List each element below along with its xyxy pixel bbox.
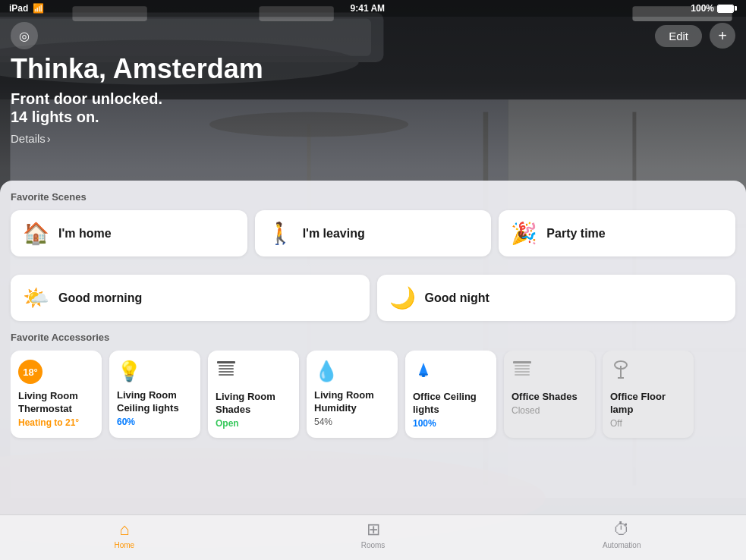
favorite-accessories-label: Favorite Accessories: [11, 332, 735, 343]
rooms-tab-label: Rooms: [361, 541, 386, 549]
svg-point-27: [419, 373, 428, 376]
ceiling-lights-status: 60%: [117, 417, 193, 427]
lr-shades-name: Living Room Shades: [216, 391, 291, 417]
accessory-office-ceiling-lights[interactable]: Office Ceiling lights 100%: [405, 351, 496, 438]
battery-icon: [717, 5, 737, 13]
lr-shades-icon: [216, 360, 291, 385]
tab-rooms[interactable]: ⊞ Rooms: [249, 520, 498, 555]
humidity-status: 54%: [314, 417, 390, 427]
office-ceiling-status: 100%: [413, 418, 489, 429]
scene-im-home[interactable]: 🏠 I'm home: [11, 210, 247, 256]
svg-rect-22: [219, 368, 234, 370]
humidity-name: Living Room Humidity: [314, 389, 390, 415]
home-tab-label: Home: [114, 541, 134, 549]
details-link[interactable]: Details ›: [11, 132, 735, 145]
scenes-row1: 🏠 I'm home 🚶 I'm leaving 🎉 Party time: [11, 210, 735, 264]
location-button[interactable]: ◎: [11, 22, 38, 49]
scene-party-time[interactable]: 🎉 Party time: [499, 210, 735, 256]
scene-good-night[interactable]: 🌙 Good night: [377, 275, 736, 321]
office-floor-lamp-name: Office Floor lamp: [610, 391, 686, 417]
lr-shades-status: Open: [216, 418, 291, 429]
location-icon: ◎: [19, 29, 30, 43]
good-night-icon: 🌙: [389, 285, 416, 310]
rooms-tab-icon: ⊞: [367, 520, 380, 540]
svg-marker-25: [419, 363, 428, 375]
status-line2: 14 lights on.: [11, 108, 735, 126]
im-leaving-icon: 🚶: [267, 221, 294, 246]
top-bar-actions: Edit +: [655, 23, 735, 49]
thermostat-name: Living Room Thermostat: [18, 390, 94, 416]
accessory-living-room-ceiling-lights[interactable]: 💡 Living Room Ceiling lights 60%: [109, 351, 200, 438]
office-shades-status: Closed: [511, 405, 587, 416]
device-label: iPad: [9, 3, 28, 14]
add-icon: +: [718, 27, 727, 45]
time-display: 9:41 AM: [351, 3, 386, 14]
tab-bar: ⌂ Home ⊞ Rooms ⏱ Automation: [0, 514, 746, 560]
thermostat-badge: 18°: [18, 360, 42, 384]
accessory-living-room-thermostat[interactable]: 18° Living Room Thermostat Heating to 21…: [11, 351, 102, 438]
scene-im-leaving[interactable]: 🚶 I'm leaving: [255, 210, 492, 256]
tab-automation[interactable]: ⏱ Automation: [497, 520, 746, 555]
ceiling-lights-name: Living Room Ceiling lights: [117, 389, 193, 415]
status-bar-left: iPad 📶: [9, 3, 44, 14]
good-morning-label: Good morning: [58, 291, 142, 305]
svg-rect-24: [219, 374, 234, 376]
favorite-scenes-label: Favorite Scenes: [11, 191, 735, 203]
office-shades-name: Office Shades: [511, 391, 587, 404]
top-bar: ◎ Edit +: [0, 17, 746, 55]
office-ceiling-name: Office Ceiling lights: [413, 391, 489, 417]
office-shades-icon: [511, 360, 587, 385]
wifi-icon: 📶: [33, 3, 44, 14]
svg-rect-21: [219, 365, 234, 367]
home-status: Front door unlocked. 14 lights on.: [11, 90, 735, 126]
humidity-icon: 💧: [314, 360, 390, 383]
accessory-office-floor-lamp[interactable]: Office Floor lamp Off: [603, 351, 694, 438]
home-title: Thinka, Amsterdam: [11, 53, 735, 85]
accessory-living-room-humidity[interactable]: 💧 Living Room Humidity 54%: [307, 351, 398, 438]
svg-rect-30: [515, 368, 530, 370]
scenes-row2: 🌤️ Good morning 🌙 Good night: [11, 275, 735, 321]
scene-good-morning[interactable]: 🌤️ Good morning: [11, 275, 370, 321]
automation-tab-label: Automation: [603, 541, 641, 549]
battery-label: 100%: [691, 3, 714, 14]
automation-tab-icon: ⏱: [613, 520, 630, 540]
im-home-label: I'm home: [58, 227, 112, 241]
thermostat-status: Heating to 21°: [18, 417, 94, 428]
office-floor-lamp-status: Off: [610, 418, 686, 429]
office-floor-lamp-icon: [610, 360, 686, 385]
party-time-icon: 🎉: [511, 221, 537, 246]
bottom-panel: Favorite Scenes 🏠 I'm home 🚶 I'm leaving…: [0, 181, 746, 514]
svg-rect-23: [219, 371, 234, 373]
edit-button[interactable]: Edit: [655, 25, 702, 47]
svg-rect-20: [217, 361, 235, 363]
status-bar: iPad 📶 9:41 AM 100%: [0, 0, 746, 17]
header-content: Thinka, Amsterdam Front door unlocked. 1…: [11, 53, 735, 145]
im-leaving-label: I'm leaving: [303, 227, 365, 241]
tab-home[interactable]: ⌂ Home: [0, 520, 249, 555]
svg-rect-32: [515, 374, 530, 376]
im-home-icon: 🏠: [23, 221, 49, 246]
svg-rect-28: [513, 361, 531, 363]
good-morning-icon: 🌤️: [23, 285, 49, 310]
home-tab-icon: ⌂: [119, 520, 129, 540]
details-label: Details: [11, 132, 46, 145]
accessories-scroll: 18° Living Room Thermostat Heating to 21…: [11, 351, 735, 445]
svg-rect-29: [515, 365, 530, 367]
good-night-label: Good night: [425, 291, 489, 305]
accessory-office-shades[interactable]: Office Shades Closed: [504, 351, 595, 438]
ceiling-lights-icon: 💡: [117, 360, 193, 383]
party-time-label: Party time: [546, 227, 605, 241]
chevron-right-icon: ›: [47, 132, 51, 145]
status-bar-right: 100%: [691, 3, 737, 14]
add-button[interactable]: +: [710, 23, 735, 49]
office-ceiling-icon: [413, 360, 489, 385]
svg-rect-31: [515, 371, 530, 373]
accessory-living-room-shades[interactable]: Living Room Shades Open: [208, 351, 299, 438]
status-line1: Front door unlocked.: [11, 90, 735, 108]
